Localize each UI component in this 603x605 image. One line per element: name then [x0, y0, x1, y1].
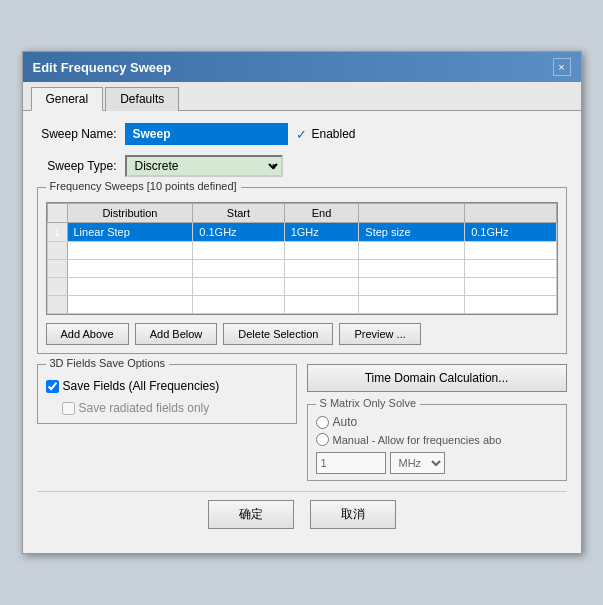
auto-radio[interactable]: [316, 416, 329, 429]
row-start: 0.1GHz: [193, 223, 284, 242]
title-bar: Edit Frequency Sweep ×: [23, 52, 581, 82]
col-header-num: [47, 204, 67, 223]
auto-radio-row: Auto: [316, 415, 558, 429]
footer-buttons: 确定 取消: [37, 491, 567, 541]
save-fields-checkbox[interactable]: [46, 380, 59, 393]
row-distribution: Linear Step: [67, 223, 193, 242]
sweep-type-label: Sweep Type:: [37, 159, 117, 173]
fields-options-group: 3D Fields Save Options Save Fields (All …: [37, 364, 297, 481]
frequency-value-input[interactable]: [316, 452, 386, 474]
close-button[interactable]: ×: [553, 58, 571, 76]
save-radiated-checkbox[interactable]: [62, 402, 75, 415]
edit-frequency-sweep-dialog: Edit Frequency Sweep × General Defaults …: [22, 51, 582, 554]
add-above-button[interactable]: Add Above: [46, 323, 129, 345]
manual-radio-row: Manual - Allow for frequencies abo: [316, 433, 558, 446]
col-header-end: End: [284, 204, 359, 223]
bottom-section: 3D Fields Save Options Save Fields (All …: [37, 364, 567, 481]
table-row[interactable]: 1 Linear Step 0.1GHz 1GHz Step size 0.1G…: [47, 223, 556, 242]
sweep-name-row: Sweep Name: ✓ Enabled: [37, 123, 567, 145]
save-radiated-row: Save radiated fields only: [62, 401, 288, 415]
enabled-checkbox-label[interactable]: ✓ Enabled: [296, 127, 356, 142]
sweep-type-wrapper: Discrete Linear Logarithmic: [125, 155, 283, 177]
tab-bar: General Defaults: [23, 82, 581, 111]
sweep-type-select[interactable]: Discrete Linear Logarithmic: [125, 155, 283, 177]
sweeps-table: Distribution Start End 1 Linear Step 0.1…: [47, 203, 557, 314]
row-col5: 0.1GHz: [465, 223, 556, 242]
row-num: 1: [47, 223, 67, 242]
auto-label: Auto: [333, 415, 358, 429]
manual-radio[interactable]: [316, 433, 329, 446]
col-header-4: [359, 204, 465, 223]
col-header-start: Start: [193, 204, 284, 223]
fields-group-title: 3D Fields Save Options: [46, 357, 170, 369]
col-header-distribution: Distribution: [67, 204, 193, 223]
row-col4: Step size: [359, 223, 465, 242]
fields-group-box: 3D Fields Save Options Save Fields (All …: [37, 364, 297, 424]
tab-defaults[interactable]: Defaults: [105, 87, 179, 111]
sweeps-table-container: Distribution Start End 1 Linear Step 0.1…: [46, 202, 558, 315]
delete-selection-button[interactable]: Delete Selection: [223, 323, 333, 345]
time-domain-button[interactable]: Time Domain Calculation...: [307, 364, 567, 392]
manual-label: Manual - Allow for frequencies abo: [333, 434, 502, 446]
sweep-name-input[interactable]: [129, 125, 284, 143]
frequency-sweeps-title: Frequency Sweeps [10 points defined]: [46, 180, 241, 192]
row-end: 1GHz: [284, 223, 359, 242]
ok-button[interactable]: 确定: [208, 500, 294, 529]
preview-button[interactable]: Preview ...: [339, 323, 420, 345]
s-matrix-title: S Matrix Only Solve: [316, 397, 421, 409]
frequency-sweeps-group: Frequency Sweeps [10 points defined] Dis…: [37, 187, 567, 354]
dialog-content: Sweep Name: ✓ Enabled Sweep Type: Discre…: [23, 111, 581, 553]
frequency-unit-select[interactable]: MHz GHz KHz: [390, 452, 445, 474]
table-row-empty-1: [47, 242, 556, 260]
enabled-label: Enabled: [312, 127, 356, 141]
mhz-row: MHz GHz KHz: [316, 452, 558, 474]
save-radiated-label: Save radiated fields only: [79, 401, 210, 415]
sweep-type-row: Sweep Type: Discrete Linear Logarithmic: [37, 155, 567, 177]
add-below-button[interactable]: Add Below: [135, 323, 218, 345]
table-row-empty-3: [47, 278, 556, 296]
table-row-empty-2: [47, 260, 556, 278]
s-matrix-group: S Matrix Only Solve Auto Manual - Allow …: [307, 404, 567, 481]
cancel-button[interactable]: 取消: [310, 500, 396, 529]
save-fields-label: Save Fields (All Frequencies): [63, 379, 220, 393]
table-button-row: Add Above Add Below Delete Selection Pre…: [46, 323, 558, 345]
sweep-name-label: Sweep Name:: [37, 127, 117, 141]
dialog-title: Edit Frequency Sweep: [33, 60, 172, 75]
tab-general[interactable]: General: [31, 87, 104, 111]
table-row-empty-4: [47, 296, 556, 314]
col-header-5: [465, 204, 556, 223]
right-options: Time Domain Calculation... S Matrix Only…: [307, 364, 567, 481]
save-fields-row: Save Fields (All Frequencies): [46, 379, 288, 393]
